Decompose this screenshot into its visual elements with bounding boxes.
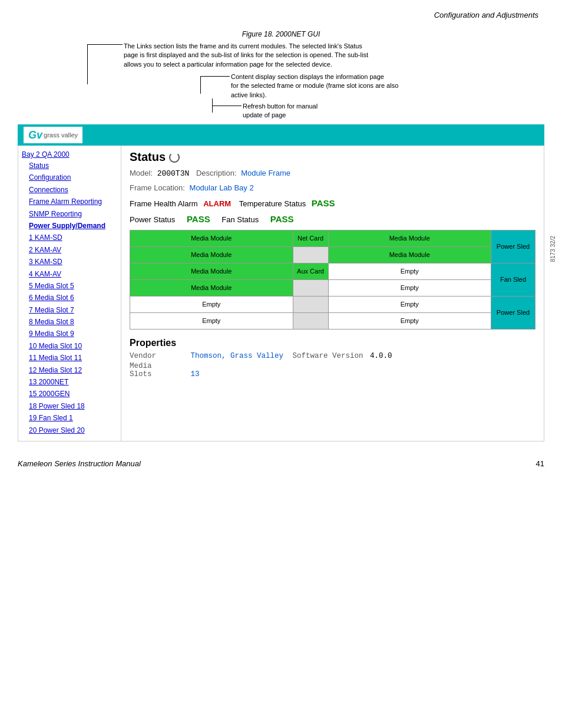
desc-value: Module Frame (241, 169, 290, 177)
vendor-value: Thomson, Grass Valley Software Version 4… (191, 352, 392, 360)
model-label: Model: (130, 169, 153, 177)
table-row: Media Module Aux Card Empty Fan Sled (130, 263, 535, 279)
model-line: Model: 2000T3N Description: Module Frame (130, 167, 535, 180)
side-number: 8173 32/2 (550, 236, 556, 262)
logo-gv-icon: Gv (28, 129, 42, 141)
sidebar-link-configuration[interactable]: Configuration (22, 172, 117, 183)
sidebar-link-frame-alarm[interactable]: Frame Alarm Reporting (22, 196, 117, 207)
cell-empty-r4c3[interactable]: Empty (328, 279, 491, 296)
sidebar-link-15-2000gen[interactable]: 15 2000GEN (22, 388, 117, 400)
table-row: Media Module Net Card Media Module Power… (130, 230, 535, 246)
vendor-line: Vendor Thomson, Grass Valley Software Ve… (130, 352, 535, 360)
sidebar-link-4kam-av[interactable]: 4 KAM-AV (22, 268, 117, 280)
sidebar-link-11media[interactable]: 11 Media Slot 11 (22, 352, 117, 364)
power-fan-line: Power Status PASS Fan Status PASS (130, 212, 535, 226)
sidebar-link-status[interactable]: Status (22, 160, 117, 172)
annotation-1: The Links section lists the frame and it… (124, 42, 368, 69)
logo-text: grass valley (44, 131, 78, 139)
footer-manual-title: Kameleon Series Instruction Manual (18, 459, 141, 468)
health-label: Frame Health Alarm (130, 199, 198, 208)
top-bar: Gv grass valley (18, 124, 544, 146)
sidebar-link-1kam-sd[interactable]: 1 KAM-SD (22, 232, 117, 243)
software-label: Software Version (293, 352, 363, 360)
properties-heading: Properties (130, 338, 535, 348)
sidebar-link-snmp[interactable]: SNMP Reporting (22, 208, 117, 220)
location-line: Frame Location: Modular Lab Bay 2 (130, 182, 535, 195)
cell-empty-r6c1[interactable]: Empty (130, 312, 293, 329)
table-row: Empty Empty (130, 312, 535, 329)
media-slots-value: 13 (191, 370, 200, 378)
sidebar-link-8media[interactable]: 8 Media Slot 8 (22, 316, 117, 328)
page-footer: Kameleon Series Instruction Manual 41 (0, 453, 562, 474)
sidebar-title[interactable]: Bay 2 QA 2000 (22, 150, 117, 159)
cell-aux-card[interactable]: Aux Card (293, 263, 328, 279)
table-row: Empty Empty Power Sled (130, 296, 535, 312)
cell-media-module-r1c1[interactable]: Media Module (130, 230, 293, 246)
desc-label: Description: (196, 169, 237, 177)
cell-media-module-r4c1[interactable]: Media Module (130, 279, 293, 296)
sidebar-link-5media[interactable]: 5 Media Slot 5 (22, 280, 117, 292)
cell-empty-r5c1[interactable]: Empty (130, 296, 293, 312)
sidebar-link-19-fan-sled[interactable]: 19 Fan Sled 1 (22, 412, 117, 424)
sidebar-link-7media[interactable]: 7 Media Slot 7 (22, 304, 117, 316)
page-number: 41 (536, 459, 544, 468)
module-grid: Media Module Net Card Media Module Power… (130, 230, 535, 330)
cell-mid-r4 (293, 279, 328, 296)
model-value: 2000T3N (157, 169, 190, 178)
sidebar-link-18-power-sled[interactable]: 18 Power Sled 18 (22, 400, 117, 412)
sidebar-link-13-2000net[interactable]: 13 2000NET (22, 376, 117, 388)
media-slots-line: Media Slots 13 (130, 362, 535, 378)
cell-media-module-r1c3[interactable]: Media Module (328, 230, 491, 246)
cell-mid-r6 (293, 312, 328, 329)
vendor-label: Vendor (130, 352, 177, 360)
health-alarm: ALARM (203, 199, 231, 208)
software-value: 4.0.0 (370, 352, 392, 360)
cell-empty-r6c3[interactable]: Empty (328, 312, 491, 329)
cell-net-card[interactable]: Net Card (293, 230, 328, 246)
sidebar-link-6media[interactable]: 6 Media Slot 6 (22, 292, 117, 304)
fan-pass: PASS (270, 214, 294, 224)
fan-label: Fan Status (222, 215, 259, 224)
location-label: Frame Location: (130, 183, 185, 192)
cell-media-module-r3c1[interactable]: Media Module (130, 263, 293, 279)
temp-label: Temperature Status (239, 199, 306, 208)
media-slots-label: Media Slots (130, 362, 177, 378)
cell-media-module-r2c1[interactable]: Media Module (130, 246, 293, 263)
annotation-2: Content display section displays the inf… (231, 73, 398, 100)
location-value: Modular Lab Bay 2 (190, 183, 254, 192)
vendor-value-text: Thomson, Grass Valley (191, 352, 284, 360)
health-line: Frame Health Alarm ALARM Temperature Sta… (130, 196, 535, 210)
sidebar: Bay 2 QA 2000 Status Configuration Conne… (18, 146, 121, 441)
cell-power-sled-bottom[interactable]: Power Sled (491, 296, 535, 329)
page-header: Configuration and Adjustments (0, 0, 562, 22)
cell-power-sled-top[interactable]: Power Sled (491, 230, 535, 263)
sidebar-link-9media[interactable]: 9 Media Slot 9 (22, 328, 117, 340)
cell-mid-r5 (293, 296, 328, 312)
table-row: Media Module Media Module (130, 246, 535, 263)
temp-pass: PASS (312, 198, 335, 208)
sidebar-link-3kam-sd[interactable]: 3 KAM-SD (22, 256, 117, 268)
status-title: Status (130, 150, 166, 164)
sidebar-link-2kam-av[interactable]: 2 KAM-AV (22, 244, 117, 256)
cell-empty-r3c3[interactable]: Empty (328, 263, 491, 279)
figure-caption: Figure 18. 2000NET GUI (0, 30, 562, 38)
main-layout: Bay 2 QA 2000 Status Configuration Conne… (18, 146, 544, 442)
status-heading: Status (130, 150, 535, 164)
power-label: Power Status (130, 215, 175, 224)
sidebar-link-20-power-sled[interactable]: 20 Power Sled 20 (22, 424, 117, 436)
annotation-3: Refresh button for manual update of page (243, 102, 318, 120)
cell-fan-sled[interactable]: Fan Sled (491, 263, 535, 296)
refresh-icon[interactable] (169, 152, 180, 163)
sidebar-link-12media[interactable]: 12 Media Slot 12 (22, 364, 117, 376)
power-pass: PASS (187, 214, 210, 224)
annotations-block: The Links section lists the frame and it… (18, 42, 544, 124)
sidebar-link-power-supply[interactable]: Power Supply/Demand (22, 220, 117, 232)
sidebar-link-10media[interactable]: 10 Media Slot 10 (22, 340, 117, 352)
content-area: Status Model: 2000T3N Description: Modul… (121, 146, 544, 441)
cell-empty-r5c3[interactable]: Empty (328, 296, 491, 312)
sidebar-link-connections[interactable]: Connections (22, 184, 117, 196)
cell-media-module-r2c3[interactable]: Media Module (328, 246, 491, 263)
cell-mid-r2 (293, 246, 328, 263)
logo-area: Gv grass valley (24, 127, 82, 143)
table-row: Media Module Empty (130, 279, 535, 296)
